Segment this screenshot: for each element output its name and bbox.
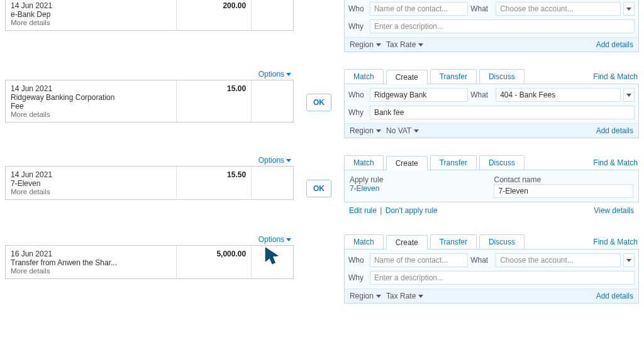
who-field[interactable]: Name of the contact... <box>370 2 468 16</box>
create-panel: Who Name of the contact... What Choose t… <box>344 0 639 52</box>
tax-dropdown[interactable]: Tax Rate <box>386 292 423 300</box>
apply-rule-label: Apply rule <box>350 175 489 184</box>
what-field[interactable]: Choose the account... <box>496 253 621 267</box>
panel-footer: Region Tax Rate Add details <box>345 37 638 52</box>
find-match-link[interactable]: Find & Match <box>592 156 639 170</box>
tab-discuss[interactable]: Discuss <box>479 155 525 170</box>
add-details-link[interactable]: Add details <box>596 126 633 135</box>
transaction-date: 14 Jun 2021 <box>11 1 171 10</box>
what-label: What <box>470 4 493 13</box>
more-details-link[interactable]: More details <box>11 111 171 118</box>
transaction-card: 14 Jun 2021 e-Bank Dep More details 200.… <box>5 0 294 31</box>
tab-transfer[interactable]: Transfer <box>430 234 477 249</box>
who-field[interactable]: Ridgeway Bank <box>370 88 468 102</box>
tab-discuss[interactable]: Discuss <box>479 234 525 249</box>
chevron-down-icon <box>376 129 381 133</box>
transaction-amount: 15.00 <box>176 80 252 122</box>
tab-match[interactable]: Match <box>344 155 384 170</box>
rule-name-link[interactable]: 7-Eleven <box>350 184 489 193</box>
why-label: Why <box>348 108 367 117</box>
chevron-down-icon <box>626 259 631 262</box>
tax-dropdown[interactable]: No VAT <box>386 126 419 135</box>
transaction-date: 16 Jun 2021 <box>11 250 171 258</box>
tab-create[interactable]: Create <box>386 156 428 170</box>
transaction-desc: Ridgeway Banking Corporation <box>11 93 171 102</box>
what-dropdown-btn[interactable] <box>623 88 635 102</box>
transaction-card: 14 Jun 2021 Ridgeway Banking Corporation… <box>5 80 294 123</box>
view-details-link[interactable]: View details <box>594 206 634 215</box>
transaction-amount: 15.50 <box>176 167 252 199</box>
why-field[interactable]: Bank fee <box>370 106 635 119</box>
why-label: Why <box>348 22 367 31</box>
chevron-down-icon <box>626 94 631 97</box>
what-dropdown-btn[interactable] <box>623 253 635 267</box>
transaction-desc: Transfer from Anwen the Shar... <box>11 258 171 267</box>
transaction-date: 14 Jun 2021 <box>11 84 171 93</box>
what-dropdown-btn[interactable] <box>623 2 635 16</box>
rule-actions: Edit rule | Don't apply rule View detail… <box>344 202 639 217</box>
who-label: Who <box>348 256 367 265</box>
chevron-down-icon <box>286 73 291 76</box>
more-details-link[interactable]: More details <box>11 188 171 195</box>
chevron-down-icon <box>286 238 291 241</box>
options-link[interactable]: Options <box>258 70 291 79</box>
chevron-down-icon <box>626 8 631 11</box>
ok-button[interactable]: OK <box>306 94 331 111</box>
region-dropdown[interactable]: Region <box>350 126 381 135</box>
why-field[interactable]: Enter a description... <box>370 271 635 285</box>
who-label: Who <box>348 4 367 13</box>
add-details-link[interactable]: Add details <box>596 292 633 300</box>
ok-button[interactable]: OK <box>306 180 331 197</box>
who-field[interactable]: Name of the contact... <box>370 253 468 267</box>
create-panel: Who Name of the contact... What Choose t… <box>344 249 639 304</box>
why-label: Why <box>348 273 367 282</box>
tab-match[interactable]: Match <box>344 234 384 249</box>
transaction-card: 16 Jun 2021 Transfer from Anwen the Shar… <box>5 245 294 279</box>
tab-match[interactable]: Match <box>344 69 384 84</box>
tab-create[interactable]: Create <box>386 70 428 84</box>
rule-panel: Apply rule 7-Eleven Contact name 7-Eleve… <box>344 170 639 202</box>
chevron-down-icon <box>418 295 423 298</box>
create-panel: Who Ridgeway Bank What 404 - Bank Fees W… <box>344 84 639 138</box>
what-label: What <box>470 90 493 99</box>
find-match-link[interactable]: Find & Match <box>592 235 639 249</box>
chevron-down-icon <box>414 129 419 133</box>
transaction-date: 14 Jun 2021 <box>11 170 171 179</box>
tax-dropdown[interactable]: Tax Rate <box>386 40 423 49</box>
transaction-amount: 200.00 <box>176 0 252 30</box>
dont-apply-rule-link[interactable]: Don't apply rule <box>386 206 438 215</box>
chevron-down-icon <box>376 295 381 298</box>
tab-create[interactable]: Create <box>386 235 428 250</box>
transaction-desc: 7-Eleven <box>11 179 171 188</box>
why-field[interactable]: Enter a description... <box>370 19 635 33</box>
chevron-down-icon <box>286 159 291 162</box>
tab-discuss[interactable]: Discuss <box>479 69 525 84</box>
options-link[interactable]: Options <box>258 235 291 244</box>
add-details-link[interactable]: Add details <box>596 40 633 49</box>
panel-footer: Region Tax Rate Add details <box>345 288 638 303</box>
contact-name-field[interactable]: 7-Eleven <box>494 184 633 198</box>
transaction-amount: 5,000.00 <box>176 246 252 278</box>
edit-rule-link[interactable]: Edit rule <box>349 206 377 215</box>
tab-transfer[interactable]: Transfer <box>430 155 477 170</box>
more-details-link[interactable]: More details <box>11 267 171 275</box>
region-dropdown[interactable]: Region <box>350 292 381 300</box>
tab-transfer[interactable]: Transfer <box>430 69 477 84</box>
region-dropdown[interactable]: Region <box>350 40 381 49</box>
panel-footer: Region No VAT Add details <box>345 123 638 138</box>
contact-name-label: Contact name <box>494 175 633 184</box>
transaction-card: 14 Jun 2021 7-Eleven More details 15.50 <box>5 166 294 200</box>
find-match-link[interactable]: Find & Match <box>592 70 639 84</box>
chevron-down-icon <box>418 43 423 47</box>
more-details-link[interactable]: More details <box>11 19 171 26</box>
what-field[interactable]: 404 - Bank Fees <box>496 88 621 102</box>
what-field[interactable]: Choose the account... <box>496 2 621 16</box>
who-label: Who <box>348 90 367 99</box>
chevron-down-icon <box>376 43 381 47</box>
options-link[interactable]: Options <box>258 156 291 165</box>
transaction-desc: e-Bank Dep <box>11 10 171 19</box>
transaction-desc2: Fee <box>11 102 171 111</box>
what-label: What <box>470 256 493 265</box>
